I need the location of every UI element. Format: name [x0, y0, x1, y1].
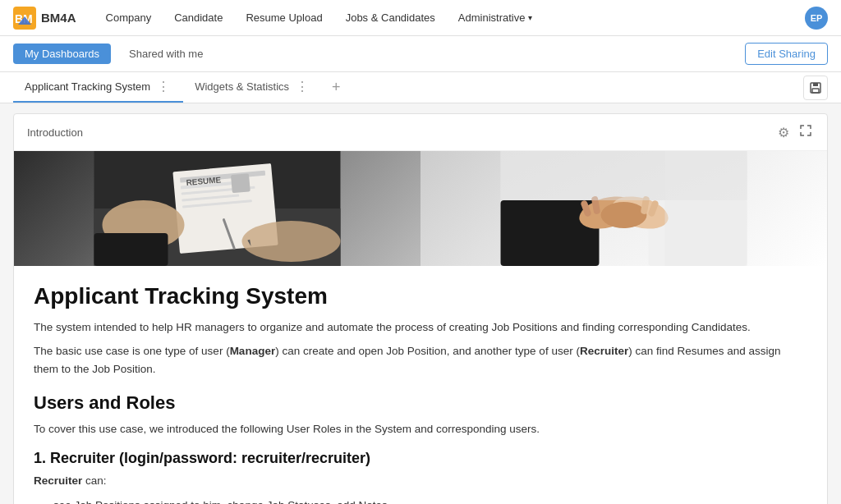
chevron-down-icon: ▾ — [528, 13, 532, 22]
nav-candidate[interactable]: Candidate — [164, 7, 232, 29]
recruiter-can: Recruiter can: — [34, 472, 807, 490]
settings-icon[interactable]: ⚙ — [776, 123, 791, 142]
logo-icon: BM — [13, 7, 36, 30]
nav-administrative[interactable]: Administrative ▾ — [448, 7, 543, 29]
card-header: Introduction ⚙ — [14, 114, 827, 151]
ats-tab-dots[interactable]: ⋮ — [155, 79, 172, 94]
add-tab-button[interactable]: + — [325, 79, 347, 96]
dashboard-name-tabs: Applicant Tracking System ⋮ Widgets & St… — [0, 72, 841, 103]
save-icon — [809, 81, 822, 94]
widgets-tab[interactable]: Widgets & Statistics ⋮ — [183, 72, 322, 103]
card-header-icons: ⚙ — [776, 122, 814, 142]
hero-images: RESUME — [14, 151, 827, 266]
article-intro-p2: The basic use case is one type of user (… — [34, 342, 807, 378]
recruiter-title: 1. Recruiter (login/password: recruiter/… — [34, 450, 807, 467]
users-roles-title: Users and Roles — [34, 392, 807, 414]
shared-with-me-tab[interactable]: Shared with me — [117, 44, 214, 64]
top-nav: BM BM4A Company Candidate Resume Upload … — [0, 0, 841, 36]
logo-text: BM4A — [41, 11, 76, 25]
card-title: Introduction — [27, 126, 83, 139]
dashboard-bar: My Dashboards Shared with me Edit Sharin… — [0, 36, 841, 72]
users-roles-desc: To cover this use case, we introduced th… — [34, 420, 807, 438]
svg-rect-20 — [94, 233, 168, 266]
avatar[interactable]: EP — [805, 7, 828, 30]
svg-point-26 — [601, 202, 647, 228]
expand-icon[interactable] — [797, 122, 814, 142]
article-intro-p1: The system intended to help HR managers … — [34, 318, 807, 337]
svg-rect-32 — [665, 151, 747, 266]
svg-rect-14 — [231, 173, 250, 193]
save-dashboard-button[interactable] — [803, 76, 828, 100]
svg-rect-4 — [813, 83, 818, 86]
my-dashboards-tab[interactable]: My Dashboards — [13, 44, 111, 64]
nav-links: Company Candidate Resume Upload Jobs & C… — [96, 7, 805, 29]
list-item: see Job Positions assigned to him, chang… — [53, 497, 807, 504]
article-main-title: Applicant Tracking System — [34, 282, 807, 310]
recruiter-bullets: see Job Positions assigned to him, chang… — [34, 497, 807, 504]
edit-sharing-button[interactable]: Edit Sharing — [745, 43, 828, 65]
article-content: Applicant Tracking System The system int… — [14, 266, 827, 504]
svg-point-17 — [242, 221, 341, 262]
widgets-tab-dots[interactable]: ⋮ — [294, 79, 310, 94]
svg-rect-5 — [812, 89, 819, 93]
hero-image-right — [420, 151, 827, 266]
nav-jobs-candidates[interactable]: Jobs & Candidates — [336, 7, 445, 29]
logo-area: BM BM4A — [13, 7, 76, 30]
nav-company[interactable]: Company — [96, 7, 162, 29]
nav-resume-upload[interactable]: Resume Upload — [236, 7, 332, 29]
ats-tab[interactable]: Applicant Tracking System ⋮ — [13, 72, 183, 103]
main-content: Introduction ⚙ — [0, 103, 841, 504]
introduction-card: Introduction ⚙ — [13, 113, 828, 504]
hero-image-left: RESUME — [14, 151, 420, 266]
